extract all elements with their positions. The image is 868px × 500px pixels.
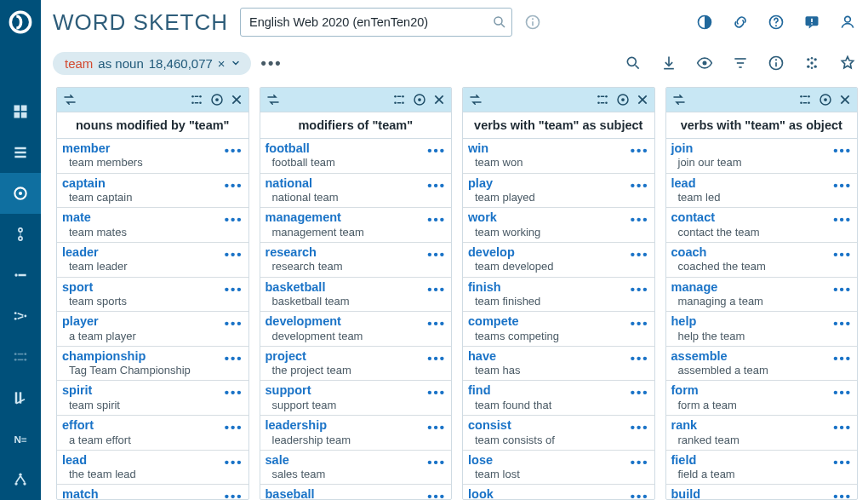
collocate-word[interactable]: assemble xyxy=(671,349,768,364)
row-more-icon[interactable]: ••• xyxy=(225,280,243,296)
collocate-word[interactable]: effort xyxy=(62,418,131,433)
row-more-icon[interactable]: ••• xyxy=(833,383,852,399)
collocate-word[interactable]: lead xyxy=(671,176,721,191)
collocate-word[interactable]: spirit xyxy=(62,383,120,398)
sidebar-item-dashboard[interactable] xyxy=(0,91,41,132)
collocate-word[interactable]: baseball xyxy=(266,487,341,499)
row-more-icon[interactable]: ••• xyxy=(833,245,852,261)
collocate-word[interactable]: help xyxy=(671,314,745,329)
collocate-word[interactable]: win xyxy=(468,141,523,156)
swap-icon[interactable] xyxy=(468,92,483,107)
row-more-icon[interactable]: ••• xyxy=(225,210,243,227)
row-more-icon[interactable]: ••• xyxy=(833,176,852,193)
circle-icon[interactable] xyxy=(818,92,833,107)
collocate-word[interactable]: research xyxy=(266,245,343,260)
sidebar-item-wordsketch[interactable] xyxy=(0,173,41,214)
collocate-word[interactable]: look xyxy=(468,487,549,499)
row-more-icon[interactable]: ••• xyxy=(631,176,649,193)
search-small-icon[interactable] xyxy=(625,55,642,72)
row-more-icon[interactable]: ••• xyxy=(427,453,446,469)
sidebar-item-sketch-diff-disabled[interactable] xyxy=(0,336,41,377)
collocate-word[interactable]: basketball xyxy=(266,280,350,295)
brand-logo[interactable] xyxy=(0,0,41,44)
collocate-word[interactable]: find xyxy=(468,383,551,398)
info-icon[interactable] xyxy=(768,55,785,72)
collocate-word[interactable]: finish xyxy=(468,280,540,295)
sidebar-item-list[interactable] xyxy=(0,132,41,173)
collocate-word[interactable]: lose xyxy=(468,453,520,468)
row-more-icon[interactable]: ••• xyxy=(225,141,243,158)
collocate-word[interactable]: match xyxy=(62,487,146,499)
row-more-icon[interactable]: ••• xyxy=(225,383,243,399)
row-more-icon[interactable]: ••• xyxy=(225,176,243,193)
collocate-word[interactable]: mate xyxy=(62,210,127,225)
swap-icon[interactable] xyxy=(671,92,687,107)
close-col-icon[interactable] xyxy=(432,93,446,106)
row-more-icon[interactable]: ••• xyxy=(225,487,243,499)
feedback-icon[interactable] xyxy=(803,14,820,31)
row-more-icon[interactable]: ••• xyxy=(631,418,649,434)
collocate-word[interactable]: championship xyxy=(62,349,191,364)
row-more-icon[interactable]: ••• xyxy=(833,210,852,227)
row-more-icon[interactable]: ••• xyxy=(631,314,649,330)
row-more-icon[interactable]: ••• xyxy=(833,453,852,469)
visualize-icon[interactable] xyxy=(797,92,813,107)
collocate-word[interactable]: lead xyxy=(62,453,136,468)
sidebar-item-ngrams[interactable] xyxy=(0,377,41,418)
row-more-icon[interactable]: ••• xyxy=(427,176,446,193)
visualize-icon[interactable] xyxy=(189,92,204,107)
collocate-word[interactable]: project xyxy=(266,349,351,364)
circle-icon[interactable] xyxy=(412,92,427,107)
collocate-word[interactable]: develop xyxy=(468,245,554,260)
eye-icon[interactable] xyxy=(696,55,713,72)
collocate-word[interactable]: support xyxy=(266,383,337,398)
collocate-word[interactable]: development xyxy=(266,314,363,329)
collocate-word[interactable]: coach xyxy=(671,245,766,260)
collocate-word[interactable]: football xyxy=(266,141,335,156)
row-more-icon[interactable]: ••• xyxy=(631,280,649,296)
collocate-word[interactable]: management xyxy=(266,210,364,225)
row-more-icon[interactable]: ••• xyxy=(427,487,446,499)
close-col-icon[interactable] xyxy=(230,93,243,106)
collocate-word[interactable]: leadership xyxy=(266,418,351,433)
collocate-word[interactable]: form xyxy=(671,383,737,398)
corpus-info-icon[interactable] xyxy=(524,14,541,31)
row-more-icon[interactable]: ••• xyxy=(427,245,446,261)
collocate-word[interactable]: contact xyxy=(671,210,760,225)
account-icon[interactable] xyxy=(839,14,856,31)
star-icon[interactable] xyxy=(839,55,856,72)
row-more-icon[interactable]: ••• xyxy=(631,141,649,158)
row-more-icon[interactable]: ••• xyxy=(427,314,446,330)
row-more-icon[interactable]: ••• xyxy=(427,280,446,296)
circle-icon[interactable] xyxy=(615,92,631,107)
collocate-word[interactable]: join xyxy=(671,141,742,156)
collocate-word[interactable]: member xyxy=(62,141,143,156)
row-more-icon[interactable]: ••• xyxy=(833,487,852,499)
chip-close-icon[interactable]: × xyxy=(218,56,226,71)
sidebar-item-thesaurus[interactable] xyxy=(0,214,41,255)
row-more-icon[interactable]: ••• xyxy=(427,383,446,399)
link-icon[interactable] xyxy=(732,14,749,31)
row-more-icon[interactable]: ••• xyxy=(631,245,649,261)
more-options-icon[interactable]: ••• xyxy=(261,55,283,72)
row-more-icon[interactable]: ••• xyxy=(427,418,446,434)
row-more-icon[interactable]: ••• xyxy=(427,141,446,158)
collocate-word[interactable]: build xyxy=(671,487,739,499)
collocate-word[interactable]: player xyxy=(62,314,136,329)
search-icon[interactable] xyxy=(492,14,507,30)
collocate-word[interactable]: compete xyxy=(468,314,559,329)
cluster-icon[interactable] xyxy=(803,55,820,72)
circle-icon[interactable] xyxy=(209,92,225,107)
swap-icon[interactable] xyxy=(62,92,77,107)
collocate-word[interactable]: have xyxy=(468,349,520,364)
collocate-word[interactable]: play xyxy=(468,176,535,191)
row-more-icon[interactable]: ••• xyxy=(833,418,852,434)
row-more-icon[interactable]: ••• xyxy=(225,245,243,261)
collocate-word[interactable]: captain xyxy=(62,176,132,191)
sidebar-item-sketch-diff[interactable] xyxy=(0,296,41,336)
row-more-icon[interactable]: ••• xyxy=(833,141,852,158)
collocate-word[interactable]: consist xyxy=(468,418,555,433)
row-more-icon[interactable]: ••• xyxy=(427,210,446,227)
visualize-icon[interactable] xyxy=(391,92,407,107)
sidebar-item-tree[interactable] xyxy=(0,459,41,500)
